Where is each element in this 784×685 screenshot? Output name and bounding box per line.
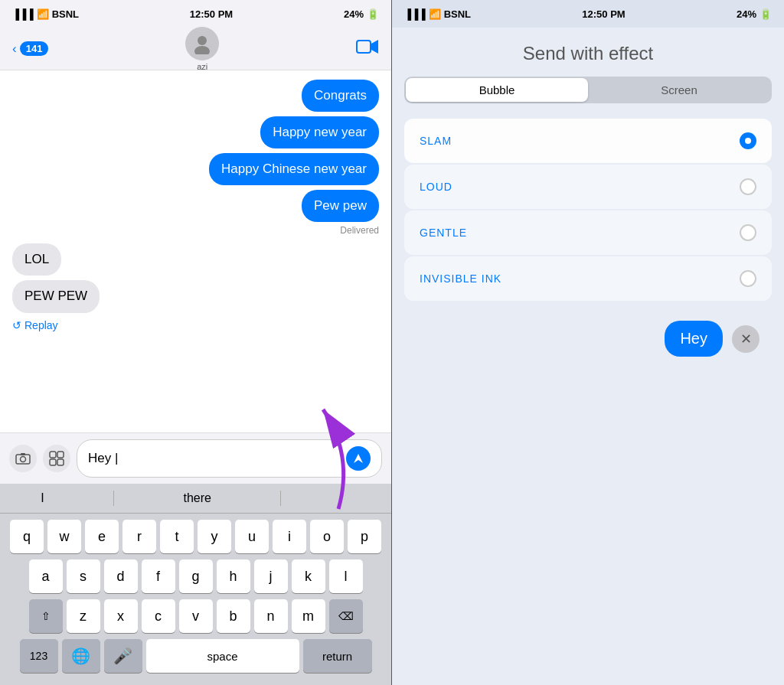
left-battery: 24% 🔋	[344, 8, 379, 20]
send-icon	[352, 452, 364, 465]
input-bar: Hey |	[0, 432, 391, 484]
back-button[interactable]: ‹ 141	[12, 41, 48, 57]
svg-point-1	[194, 46, 210, 54]
key-k[interactable]: k	[292, 559, 325, 593]
back-chevron-icon: ‹	[12, 41, 17, 57]
autocomplete-divider-2	[280, 491, 281, 506]
replay-label: Replay	[24, 319, 58, 331]
key-numbers[interactable]: 123	[20, 639, 58, 673]
svg-rect-8	[57, 452, 64, 458]
contact-name: azi	[185, 62, 219, 71]
key-h[interactable]: h	[217, 559, 250, 593]
contact-avatar-container[interactable]: azi	[185, 27, 219, 71]
key-shift[interactable]: ⇧	[29, 599, 63, 633]
right-time: 12:50 PM	[582, 8, 625, 20]
autocomplete-divider-1	[113, 491, 114, 506]
key-j[interactable]: j	[254, 559, 288, 593]
autocomplete-item-I[interactable]: I	[28, 490, 56, 507]
keyboard-row-3: ⇧ z x c v b n m ⌫	[3, 599, 388, 633]
svg-rect-6	[21, 453, 25, 455]
battery-icon: 🔋	[367, 8, 379, 20]
message-input[interactable]: Hey |	[88, 451, 118, 466]
key-n[interactable]: n	[254, 599, 288, 633]
effect-invisible-ink[interactable]: INVISIBLE INK	[404, 256, 772, 301]
svg-point-5	[21, 457, 26, 462]
key-y[interactable]: y	[198, 520, 231, 553]
autocomplete-item-there[interactable]: there	[171, 490, 223, 507]
effect-slam-radio[interactable]	[740, 132, 756, 149]
right-status-bar: ▐▐▐ 📶 BSNL 12:50 PM 24% 🔋	[392, 0, 784, 28]
apps-button[interactable]	[43, 445, 70, 472]
replay-icon: ↺	[12, 319, 21, 331]
effect-loud[interactable]: LOUD	[404, 165, 772, 209]
key-space[interactable]: space	[146, 639, 299, 673]
svg-rect-10	[57, 459, 64, 465]
key-o[interactable]: o	[310, 520, 344, 553]
effect-loud-label: LOUD	[420, 181, 452, 193]
close-button[interactable]: ✕	[732, 325, 760, 353]
key-return[interactable]: return	[303, 639, 372, 673]
key-delete[interactable]: ⌫	[329, 599, 363, 633]
key-t[interactable]: t	[160, 520, 194, 553]
key-z[interactable]: z	[67, 599, 100, 633]
back-badge[interactable]: 141	[20, 41, 49, 56]
key-r[interactable]: r	[122, 520, 156, 553]
left-carrier: ▐▐▐ 📶 BSNL	[12, 8, 79, 20]
preview-area: Hey ✕	[404, 302, 772, 369]
message-input-wrap[interactable]: Hey |	[77, 439, 382, 478]
key-v[interactable]: v	[179, 599, 213, 633]
bubble-lol: LOL	[12, 243, 61, 276]
replay-button[interactable]: ↺ Replay	[12, 319, 379, 331]
effect-loud-radio[interactable]	[740, 178, 756, 195]
message-happy-new-year: Happy new year	[12, 116, 379, 148]
key-m[interactable]: m	[292, 599, 325, 633]
bubble-happy-new-year: Happy new year	[260, 116, 379, 148]
bubble-congrats: Congrats	[302, 80, 379, 112]
send-effect-title: Send with effect	[392, 28, 784, 77]
key-u[interactable]: u	[235, 520, 269, 553]
key-b[interactable]: b	[217, 599, 250, 633]
key-i[interactable]: i	[273, 520, 306, 553]
key-emoji[interactable]: 🌐	[62, 639, 100, 673]
bubble-pew-pew: Pew pew	[302, 190, 379, 222]
key-q[interactable]: q	[10, 520, 44, 553]
key-f[interactable]: f	[142, 559, 175, 593]
keyboard-row-1: q w e r t y u i o p	[3, 520, 388, 553]
key-c[interactable]: c	[142, 599, 175, 633]
tab-bubble[interactable]: Bubble	[406, 78, 588, 102]
effect-gentle-radio[interactable]	[740, 224, 756, 241]
key-mic[interactable]: 🎤	[104, 639, 142, 673]
effect-slam-label: SLAM	[420, 135, 452, 147]
tab-screen[interactable]: Screen	[588, 78, 770, 102]
key-l[interactable]: l	[329, 559, 363, 593]
key-x[interactable]: x	[104, 599, 138, 633]
right-wifi-icon: 📶	[429, 8, 441, 20]
key-d[interactable]: d	[104, 559, 138, 593]
key-w[interactable]: w	[47, 520, 81, 553]
svg-point-0	[198, 36, 207, 45]
effect-invisible-ink-radio[interactable]	[740, 270, 756, 287]
effect-gentle[interactable]: GENTLE	[404, 210, 772, 255]
avatar-icon	[191, 33, 213, 54]
svg-rect-9	[50, 459, 56, 465]
effects-list: SLAM LOUD GENTLE INVISIBLE INK	[404, 119, 772, 302]
video-call-button[interactable]	[356, 38, 379, 60]
preview-bubble: Hey	[665, 321, 723, 357]
send-button[interactable]	[346, 446, 371, 471]
effect-tabs: Bubble Screen	[404, 77, 772, 103]
key-e[interactable]: e	[85, 520, 119, 553]
message-pewpew-incoming: PEW PEW	[12, 280, 379, 312]
key-s[interactable]: s	[67, 559, 100, 593]
avatar	[185, 27, 219, 60]
message-lol: LOL	[12, 243, 379, 276]
key-a[interactable]: a	[29, 559, 63, 593]
right-battery-icon: 🔋	[760, 8, 772, 20]
autocomplete-bar: I there	[0, 484, 391, 514]
camera-button[interactable]	[9, 445, 37, 472]
apps-icon	[48, 450, 65, 467]
svg-marker-3	[371, 40, 378, 54]
effect-slam[interactable]: SLAM	[404, 119, 772, 163]
bubble-pewpew-incoming: PEW PEW	[12, 280, 100, 312]
key-p[interactable]: p	[348, 520, 381, 553]
key-g[interactable]: g	[179, 559, 213, 593]
